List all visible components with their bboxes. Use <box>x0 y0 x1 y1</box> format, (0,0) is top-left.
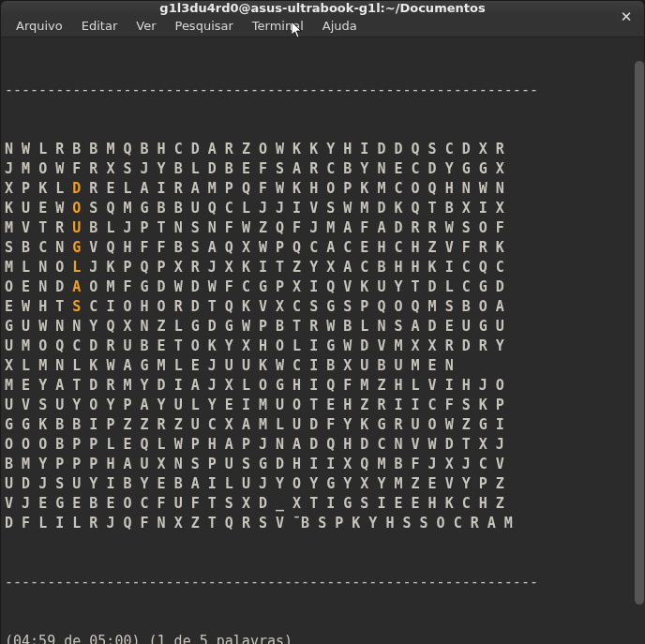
grid-cell: I <box>89 415 106 435</box>
grid-cell: T <box>292 317 309 337</box>
grid-cell: I <box>412 396 428 415</box>
grid-cell: K <box>360 415 377 435</box>
grid-cell: O <box>394 297 411 317</box>
grid-cell: F <box>412 455 428 474</box>
grid-cell: E <box>360 238 377 258</box>
grid-cell: D <box>496 277 513 297</box>
grid-cell: M <box>360 376 377 396</box>
grid-cell: H <box>479 494 496 514</box>
grid-cell: A <box>191 376 208 396</box>
grid-cell: R <box>412 218 428 238</box>
grid-cell: Z <box>123 415 140 435</box>
grid-cell: G <box>141 277 158 297</box>
grid-cell: H <box>343 396 360 415</box>
grid-cell: W <box>276 356 292 376</box>
scrollbar-thumb[interactable] <box>635 61 644 605</box>
grid-cell: O <box>55 258 72 277</box>
grid-cell: J <box>123 218 140 238</box>
grid-cell: M <box>123 376 140 396</box>
grid-cell: B <box>394 455 411 474</box>
grid-cell: B <box>174 199 191 218</box>
grid-cell: I <box>309 337 326 356</box>
grid-cell: S <box>123 159 140 179</box>
grid-cell: K <box>106 258 123 277</box>
grid-cell: A <box>141 179 158 199</box>
grid-cell: P <box>123 396 140 415</box>
grid-cell: U <box>377 277 394 297</box>
grid-cell: E <box>428 356 445 376</box>
titlebar[interactable]: g1l3du4rd0@asus-ultrabook-g1l:~/Document… <box>1 1 644 15</box>
grid-cell: K <box>428 258 445 277</box>
menu-editar[interactable]: Editar <box>72 15 128 37</box>
grid-cell: Y <box>158 396 174 415</box>
grid-cell: K <box>309 140 326 159</box>
grid-cell: Q <box>225 514 242 533</box>
grid-cell: U <box>123 337 140 356</box>
grid-cell: D <box>377 140 394 159</box>
grid-cell: U <box>22 317 38 337</box>
grid-cell: Y <box>276 474 292 494</box>
grid-cell: S <box>462 218 479 238</box>
grid-cell: V <box>276 514 292 533</box>
grid-cell: X <box>479 435 496 455</box>
grid-cell: Z <box>242 140 259 159</box>
grid-cell: N <box>55 356 72 376</box>
divider-mid1: ----------------------------------------… <box>5 573 640 592</box>
grid-cell: C <box>462 277 479 297</box>
grid-cell: C <box>242 277 259 297</box>
grid-row: O E N D A O M F G D W D W F C G P X I Q … <box>5 277 640 297</box>
menu-ajuda[interactable]: Ajuda <box>313 15 367 37</box>
grid-cell: B <box>377 258 394 277</box>
grid-cell: K <box>394 199 411 218</box>
grid-cell: F <box>141 238 158 258</box>
grid-cell: I <box>445 376 462 396</box>
grid-cell: Z <box>412 474 428 494</box>
grid-cell: H <box>343 435 360 455</box>
grid-row: O O O B P P L E Q L W P H A P J N A D Q … <box>5 435 640 455</box>
menu-arquivo[interactable]: Arquivo <box>7 15 72 37</box>
grid-cell: L <box>292 337 309 356</box>
grid-cell: Y <box>141 376 158 396</box>
grid-cell: I <box>55 514 72 533</box>
grid-cell: H <box>462 376 479 396</box>
grid-cell: B <box>326 356 343 376</box>
grid-row: N W L R B B M Q B H C D A R Z O W K K Y … <box>5 140 640 159</box>
grid-cell: C <box>479 455 496 474</box>
grid-cell: P <box>343 179 360 199</box>
grid-cell: V <box>89 238 106 258</box>
grid-row: D F L I L R J Q F N X Z T Q R S V ̄ B S … <box>5 514 640 533</box>
grid-cell: Y <box>38 455 55 474</box>
menu-ver[interactable]: Ver <box>127 15 165 37</box>
grid-cell: U <box>242 356 259 376</box>
terminal-content[interactable]: ----------------------------------------… <box>1 37 644 644</box>
grid-cell: X <box>174 514 191 533</box>
grid-cell: N <box>55 238 72 258</box>
grid-cell: G <box>259 277 276 297</box>
grid-cell: A <box>123 356 140 376</box>
menu-terminal[interactable]: Terminal <box>243 15 313 37</box>
grid-cell: U <box>394 356 411 376</box>
grid-cell: M <box>5 218 22 238</box>
grid-cell: N <box>462 179 479 199</box>
grid-cell: Z <box>174 415 191 435</box>
menu-pesquisar[interactable]: Pesquisar <box>166 15 243 37</box>
grid-cell: T <box>158 218 174 238</box>
grid-cell: F <box>141 514 158 533</box>
grid-cell: E <box>242 159 259 179</box>
grid-cell: R <box>174 179 191 199</box>
grid-cell: O <box>123 297 140 317</box>
grid-cell: W <box>208 277 225 297</box>
grid-cell: R <box>445 337 462 356</box>
grid-cell: K <box>38 415 55 435</box>
grid-cell: L <box>38 140 55 159</box>
grid-cell: H <box>106 455 123 474</box>
grid-cell: R <box>242 514 259 533</box>
grid-cell: U <box>462 317 479 337</box>
grid-cell: Y <box>343 415 360 435</box>
grid-cell: B <box>5 455 22 474</box>
close-icon[interactable]: ✕ <box>618 8 635 25</box>
scrollbar[interactable] <box>634 61 645 644</box>
grid-cell: Q <box>123 514 140 533</box>
grid-cell: J <box>22 494 38 514</box>
grid-cell: V <box>445 238 462 258</box>
